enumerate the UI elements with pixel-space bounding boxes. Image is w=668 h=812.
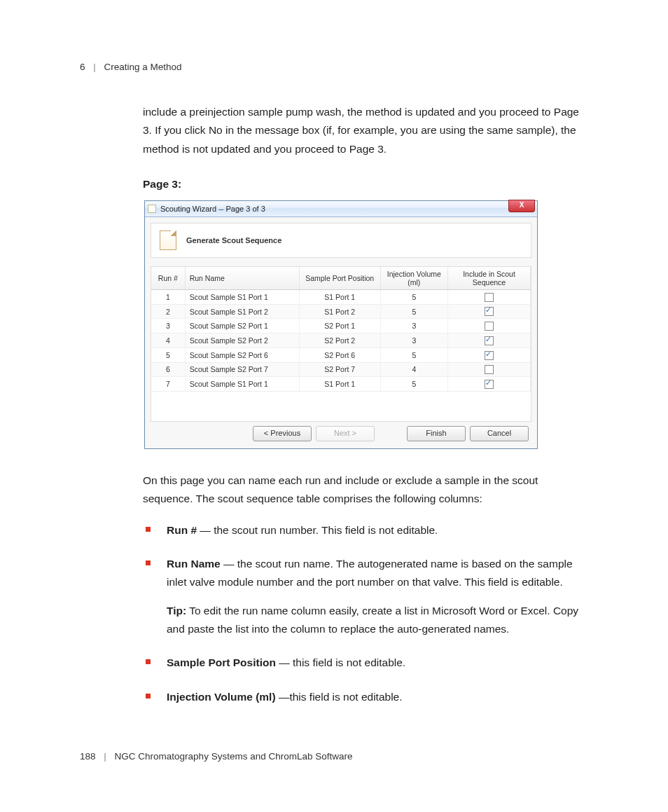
document-icon [160,230,176,250]
generate-header: Generate Scout Sequence [151,223,531,258]
dialog-title: Scouting Wizard -- Page 3 of 3 [160,205,265,213]
close-button[interactable]: X [508,200,535,212]
table-row[interactable]: 4Scout Sample S2 Port 2S2 Port 23 [151,333,531,348]
finish-button[interactable]: Finish [407,426,466,441]
dialog-title-icon [148,205,156,213]
after-dialog-paragraph: On this page you can name each run and i… [143,472,588,509]
cell-inj-vol: 4 [380,362,447,377]
cell-sample-port: S1 Port 2 [299,304,380,319]
list-item-run-num: Run # — the scout run number. This field… [143,521,588,539]
cell-run-name[interactable]: Scout Sample S2 Port 6 [185,347,299,362]
scouting-wizard-dialog: Scouting Wizard -- Page 3 of 3 X Generat… [144,200,538,449]
cell-inj-vol: 3 [380,333,447,348]
page-header: 6 | Creating a Method [80,62,588,72]
cell-run-num: 3 [151,319,185,333]
cell-sample-port: S2 Port 2 [299,333,380,348]
cell-run-name[interactable]: Scout Sample S2 Port 1 [185,319,299,333]
text-run-name: — the scout run name. The autogenerated … [167,558,573,588]
label-run-name: Run Name [167,558,221,570]
cell-run-num: 2 [151,304,185,319]
footer-separator: | [104,751,106,762]
cell-sample-port: S2 Port 6 [299,347,380,362]
include-checkbox[interactable] [485,365,494,374]
label-sample-port: Sample Port Position [167,656,276,668]
tip-label: Tip: [167,605,186,617]
cell-sample-port: S1 Port 1 [299,290,380,305]
chapter-title: Creating a Method [104,62,182,72]
text-inj-vol: —this field is not editable. [276,691,403,703]
column-description-list: Run # — the scout run number. This field… [143,521,588,706]
include-checkbox[interactable] [485,351,494,360]
col-header-run-name[interactable]: Run Name [185,267,299,290]
cell-inj-vol: 5 [380,290,447,305]
dialog-titlebar: Scouting Wizard -- Page 3 of 3 X [145,201,537,217]
dialog-body: Generate Scout Sequence Run # Run Name S… [145,217,537,448]
section-heading-page3: Page 3: [143,178,588,191]
table-row[interactable]: 3Scout Sample S2 Port 1S2 Port 13 [151,319,531,333]
previous-button[interactable]: < Previous [253,426,312,441]
cell-run-name[interactable]: Scout Sample S1 Port 1 [185,377,299,392]
cell-include[interactable] [448,319,531,333]
cancel-button[interactable]: Cancel [470,426,529,441]
table-row[interactable]: 5Scout Sample S2 Port 6S2 Port 65 [151,347,531,362]
table-row[interactable]: 1Scout Sample S1 Port 1S1 Port 15 [151,290,531,305]
include-checkbox[interactable] [485,307,494,316]
cell-sample-port: S2 Port 7 [299,362,380,377]
text-run-num: — the scout run number. This field is no… [197,524,438,536]
label-inj-vol: Injection Volume (ml) [167,691,276,703]
page-footer: 188 | NGC Chromatography Systems and Chr… [80,751,588,762]
list-item-sample-port: Sample Port Position — this field is not… [143,654,588,672]
page-number: 188 [80,751,96,762]
label-run-num: Run # [167,524,197,536]
cell-run-name[interactable]: Scout Sample S2 Port 7 [185,362,299,377]
dialog-button-row: < Previous Next > Finish Cancel [151,422,531,443]
cell-include[interactable] [448,347,531,362]
list-item-run-name: Run Name — the scout run name. The autog… [143,555,588,638]
include-checkbox[interactable] [485,293,494,302]
col-header-include[interactable]: Include in Scout Sequence [448,267,531,290]
cell-include[interactable] [448,362,531,377]
book-title: NGC Chromatography Systems and ChromLab … [115,751,353,762]
table-row[interactable]: 7Scout Sample S1 Port 1S1 Port 15 [151,377,531,392]
table-row[interactable]: 2Scout Sample S1 Port 2S1 Port 25 [151,304,531,319]
col-header-sample-port[interactable]: Sample Port Position [299,267,380,290]
cell-include[interactable] [448,290,531,305]
cell-run-num: 5 [151,347,185,362]
include-checkbox[interactable] [485,380,494,389]
cell-run-num: 4 [151,333,185,348]
include-checkbox[interactable] [485,322,494,331]
cell-include[interactable] [448,377,531,392]
intro-paragraph: include a preinjection sample pump wash,… [143,103,588,158]
text-sample-port: — this field is not editable. [276,656,405,668]
col-header-inj-vol[interactable]: Injection Volume (ml) [380,267,447,290]
cell-run-num: 1 [151,290,185,305]
col-header-run-num[interactable]: Run # [151,267,185,290]
list-item-inj-vol: Injection Volume (ml) —this field is not… [143,688,588,706]
cell-include[interactable] [448,304,531,319]
cell-include[interactable] [448,333,531,348]
grid-header-row: Run # Run Name Sample Port Position Inje… [151,267,531,290]
cell-inj-vol: 5 [380,304,447,319]
generate-title: Generate Scout Sequence [186,236,281,245]
cell-run-num: 7 [151,377,185,392]
cell-run-name[interactable]: Scout Sample S1 Port 1 [185,290,299,305]
header-separator: | [93,62,96,72]
tip-text: To edit the run name column easily, crea… [167,605,578,635]
cell-run-name[interactable]: Scout Sample S2 Port 2 [185,333,299,348]
chapter-number: 6 [80,62,85,72]
cell-inj-vol: 5 [380,377,447,392]
include-checkbox[interactable] [485,336,494,345]
cell-run-name[interactable]: Scout Sample S1 Port 2 [185,304,299,319]
cell-inj-vol: 3 [380,319,447,333]
cell-sample-port: S2 Port 1 [299,319,380,333]
cell-run-num: 6 [151,362,185,377]
cell-inj-vol: 5 [380,347,447,362]
scout-sequence-grid: Run # Run Name Sample Port Position Inje… [151,266,531,422]
cell-sample-port: S1 Port 1 [299,377,380,392]
table-row[interactable]: 6Scout Sample S2 Port 7S2 Port 74 [151,362,531,377]
next-button: Next > [316,426,375,441]
tip-paragraph: Tip: To edit the run name column easily,… [167,602,588,639]
grid-empty-area [151,392,531,421]
